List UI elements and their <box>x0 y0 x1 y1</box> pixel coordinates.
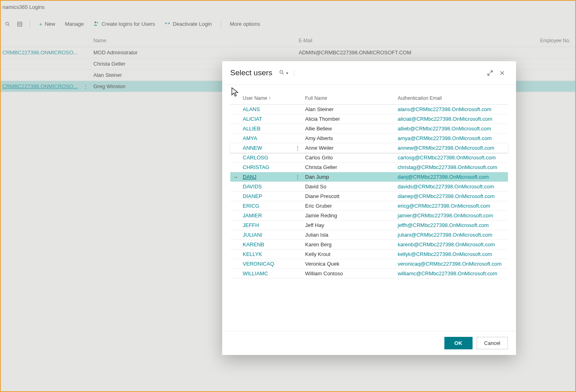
table-row[interactable]: ALANSAlan Steineralans@CRMbc227398.OnMic… <box>230 105 508 114</box>
cell-username[interactable]: AMYA <box>240 134 293 143</box>
cell-email[interactable]: aliciat@CRMbc227398.OnMicrosoft.com <box>395 114 508 124</box>
table-row[interactable]: CRMBC227398.ONMICROSO...MOD Administrato… <box>1 47 575 58</box>
table-row[interactable]: ERICGEric Gruberericg@CRMbc227398.OnMicr… <box>230 201 508 211</box>
cell-email[interactable]: annew@CRMbc227398.OnMicrosoft.com <box>395 143 508 153</box>
manage-label: Manage <box>65 21 84 27</box>
row-arrow-icon <box>230 250 240 259</box>
cell-username[interactable]: CHRISTAG <box>240 163 293 172</box>
col-rowactions <box>293 92 303 105</box>
cell-email[interactable]: allieb@CRMbc227398.OnMicrosoft.com <box>395 124 508 134</box>
cell-username[interactable]: JAMIER <box>240 211 293 221</box>
cell-email[interactable]: ericg@CRMbc227398.OnMicrosoft.com <box>395 201 508 211</box>
row-arrow-icon <box>230 124 240 134</box>
row-actions[interactable]: ⋮ <box>77 83 93 89</box>
cell-username[interactable]: DANJ <box>240 172 293 182</box>
new-button[interactable]: + New <box>35 19 59 30</box>
table-row[interactable]: DIANEPDiane Prescottdianep@CRMbc227398.O… <box>230 192 508 201</box>
ok-button[interactable]: OK <box>444 337 473 349</box>
table-row[interactable]: ANNEW⋮Anne Weilerannew@CRMbc227398.OnMic… <box>230 143 508 153</box>
create-logins-button[interactable]: Create logins for Users <box>89 18 159 30</box>
deactivate-login-button[interactable]: Deactivate Login <box>161 18 216 30</box>
manage-button[interactable]: Manage <box>61 19 88 29</box>
dialog-search-button[interactable]: ▾ <box>279 70 294 76</box>
row-arrow-icon <box>230 192 240 201</box>
cell-email[interactable]: dianep@CRMbc227398.OnMicrosoft.com <box>395 192 508 201</box>
cell-username[interactable]: DAVIDS <box>240 182 293 192</box>
cell-email: ADMIN@CRMBC227398.ONMICROSOFT.COM <box>299 50 531 56</box>
cell-email[interactable]: alans@CRMbc227398.OnMicrosoft.com <box>395 105 508 114</box>
search-icon[interactable] <box>2 19 13 29</box>
separator <box>30 20 30 29</box>
table-row[interactable]: ALICIATAlicia Thomberaliciat@CRMbc227398… <box>230 114 508 124</box>
cell-username[interactable]: JEFFH <box>240 221 293 230</box>
cell-username[interactable]: VERONICAQ <box>240 259 293 269</box>
cell-email[interactable]: jeffh@CRMbc227398.OnMicrosoft.com <box>395 221 508 230</box>
table-row[interactable]: KELLYKKelly Kroutkellyk@CRMbc227398.OnMi… <box>230 250 508 259</box>
cell-email[interactable]: danj@CRMbc227398.OnMicrosoft.com <box>395 172 508 182</box>
row-arrow-icon <box>230 105 240 114</box>
col-actions <box>77 38 93 43</box>
cell-email[interactable]: williamc@CRMbc227398.OnMicrosoft.com <box>395 269 508 279</box>
row-arrow-icon <box>230 211 240 221</box>
cell-email[interactable]: karenb@CRMbc227398.OnMicrosoft.com <box>395 240 508 250</box>
cell-email[interactable]: kellyk@CRMbc227398.OnMicrosoft.com <box>395 250 508 259</box>
cell-username[interactable]: DIANEP <box>240 192 293 201</box>
row-actions-icon[interactable]: ⋮ <box>293 172 303 182</box>
cell-email[interactable]: veronicaq@CRMbc227398.OnMicrosoft.com <box>395 259 508 269</box>
cell-fullname: Diane Prescott <box>303 192 395 201</box>
grid-header: Name E-Mail Employee No. <box>1 35 575 47</box>
col-empno[interactable]: Employee No. <box>531 38 575 43</box>
table-row[interactable]: CARLOSGCarlos Grilocarlosg@CRMbc227398.O… <box>230 153 508 163</box>
table-row[interactable]: ALLIEBAllie Bellewallieb@CRMbc227398.OnM… <box>230 124 508 134</box>
row-actions-icon <box>293 211 303 221</box>
cell-username[interactable]: KARENB <box>240 240 293 250</box>
row-actions-icon[interactable]: ⋮ <box>293 143 303 153</box>
cell-username[interactable]: KELLYK <box>240 250 293 259</box>
list-view-icon[interactable] <box>14 19 25 29</box>
close-icon[interactable] <box>496 67 508 79</box>
table-row[interactable]: DAVIDSDavid Sodavids@CRMbc227398.OnMicro… <box>230 182 508 192</box>
cell-fullname: Kelly Krout <box>303 250 395 259</box>
col-name[interactable]: Name <box>93 38 299 43</box>
table-row[interactable]: →DANJ⋮Dan Jumpdanj@CRMbc227398.OnMicroso… <box>230 172 508 182</box>
table-row[interactable]: JULIANIJulian Islajuliani@CRMbc227398.On… <box>230 230 508 240</box>
row-actions-icon <box>293 163 303 172</box>
table-row[interactable]: WILLIAMCWilliam Contosowilliamc@CRMbc227… <box>230 269 508 279</box>
cell-username[interactable]: JULIANI <box>240 230 293 240</box>
new-label: New <box>45 21 55 27</box>
table-row[interactable]: CHRISTAGChrista Gellerchristag@CRMbc2273… <box>230 163 508 172</box>
row-arrow-icon <box>230 269 240 279</box>
cell-username[interactable]: CARLOSG <box>240 153 293 163</box>
svg-rect-2 <box>18 22 22 26</box>
col-fullname[interactable]: Full Name <box>303 92 395 105</box>
plus-icon: + <box>39 21 42 27</box>
col-email[interactable]: E-Mail <box>299 38 531 43</box>
table-row[interactable]: VERONICAQVeronica Quekveronicaq@CRMbc227… <box>230 259 508 269</box>
table-row[interactable]: JEFFHJeff Hayjeffh@CRMbc227398.OnMicroso… <box>230 221 508 230</box>
expand-icon[interactable] <box>484 67 496 79</box>
cell-email[interactable]: amya@CRMbc227398.OnMicrosoft.com <box>395 134 508 143</box>
cell-username[interactable]: ERICG <box>240 201 293 211</box>
cell-username[interactable]: ANNEW <box>240 143 293 153</box>
col-authemail[interactable]: Authentication Email <box>395 92 508 105</box>
cell-email[interactable]: jamier@CRMbc227398.OnMicrosoft.com <box>395 211 508 221</box>
table-row[interactable]: KARENBKaren Bergkarenb@CRMbc227398.OnMic… <box>230 240 508 250</box>
cell-email[interactable]: carlosg@CRMbc227398.OnMicrosoft.com <box>395 153 508 163</box>
more-options-button[interactable]: More options <box>226 19 264 29</box>
chevron-down-icon: ▾ <box>286 71 288 75</box>
cell-email[interactable]: juliani@CRMbc227398.OnMicrosoft.com <box>395 230 508 240</box>
cell-username[interactable]: ALLIEB <box>240 124 293 134</box>
cancel-button[interactable]: Cancel <box>477 337 508 349</box>
row-actions-icon <box>293 201 303 211</box>
row-actions-icon <box>293 230 303 240</box>
table-row[interactable]: JAMIERJamie Redingjamier@CRMbc227398.OnM… <box>230 211 508 221</box>
cell-email[interactable]: christag@CRMbc227398.OnMicrosoft.com <box>395 163 508 172</box>
col-username[interactable]: User Name ↑ <box>240 92 293 105</box>
cell-username[interactable]: WILLIAMC <box>240 269 293 279</box>
cell-email[interactable]: davids@CRMbc227398.OnMicrosoft.com <box>395 182 508 192</box>
table-row[interactable]: AMYAAmy Albertsamya@CRMbc227398.OnMicros… <box>230 134 508 143</box>
more-options-label: More options <box>230 21 260 27</box>
cell-fullname: Eric Gruber <box>303 201 395 211</box>
cell-username[interactable]: ALANS <box>240 105 293 114</box>
cell-username[interactable]: ALICIAT <box>240 114 293 124</box>
